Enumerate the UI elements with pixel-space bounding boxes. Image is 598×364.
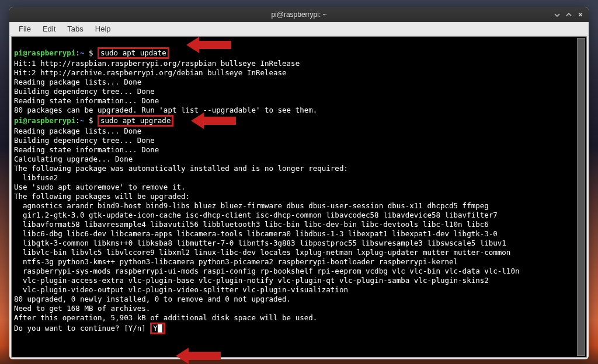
- terminal-window: pi@raspberrypi: ~ File Edit Tabs Help pi…: [9, 7, 589, 359]
- output-line: gir1.2-gtk-3.0 gtk-update-icon-cache isc…: [14, 211, 498, 219]
- output-line: The following package was automatically …: [14, 164, 348, 173]
- output-line: Need to get 168 MB of archives.: [14, 304, 150, 313]
- prompt-user: pi@raspberrypi: [14, 48, 75, 57]
- output-line: libc6-dbg libc6-dev libcamera-apps libca…: [14, 229, 498, 238]
- window-title: pi@raspberrypi: ~: [271, 10, 326, 19]
- highlight-upgrade: sudo apt upgrade: [98, 115, 173, 127]
- output-line: Use 'sudo apt autoremove' to remove it.: [14, 183, 186, 191]
- output-line: libgtk-3-common libkms++0 libksba8 libmu…: [14, 239, 506, 247]
- prompt-path: ~: [80, 116, 85, 125]
- menu-file[interactable]: File: [13, 23, 37, 34]
- output-line: 80 upgraded, 0 newly installed, 0 to rem…: [14, 295, 291, 303]
- output-line: Calculating upgrade... Done: [14, 155, 133, 163]
- scrollbar-thumb[interactable]: [577, 38, 585, 356]
- maximize-icon[interactable]: [565, 11, 572, 18]
- output-line: Reading package lists... Done: [14, 127, 141, 135]
- output-line: Building dependency tree... Done: [14, 136, 155, 145]
- cmd-update: sudo apt update: [100, 48, 166, 57]
- terminal-content[interactable]: pi@raspberrypi:~ $ sudo apt update Hit:1…: [11, 36, 587, 358]
- prompt-path: ~: [80, 48, 85, 57]
- highlight-answer: Y: [150, 323, 165, 334]
- output-line: Reading package lists... Done: [14, 78, 141, 86]
- title-bar: pi@raspberrypi: ~: [9, 7, 589, 22]
- output-line: agnostics arandr bind9-host bind9-libs b…: [14, 201, 489, 210]
- cursor-icon: [158, 324, 162, 332]
- output-line: Hit:1 http://raspbian.raspberrypi.org/ra…: [14, 59, 300, 68]
- output-line: Hit:2 http://archive.raspberrypi.org/deb…: [14, 68, 287, 77]
- output-line: libfuse2: [14, 173, 58, 182]
- output-line: vlc-plugin-video-output vlc-plugin-video…: [14, 285, 348, 294]
- prompt-user: pi@raspberrypi: [14, 116, 75, 125]
- output-line: libvlc-bin libvlc5 libvlccore9 libxml2 l…: [14, 248, 510, 257]
- output-line: Reading state information... Done: [14, 145, 159, 154]
- prompt-symbol: $: [89, 48, 93, 57]
- close-icon[interactable]: [577, 11, 584, 18]
- output-line: libavformat58 libavresample4 libavutil56…: [14, 220, 489, 229]
- output-line: vlc-plugin-access-extra vlc-plugin-base …: [14, 276, 489, 285]
- minimize-icon[interactable]: [554, 11, 561, 18]
- output-line: Do you want to continue? [Y/n]: [14, 324, 150, 332]
- output-line: The following packages will be upgraded:: [14, 192, 190, 201]
- output-line: Building dependency tree... Done: [14, 87, 155, 96]
- menu-edit[interactable]: Edit: [37, 23, 61, 34]
- output-line: Reading state information... Done: [14, 96, 159, 105]
- output-line: ntfs-3g python3-kms++ python3-libcamera …: [14, 257, 458, 266]
- window-controls: [554, 11, 584, 18]
- output-line: After this operation, 5,903 kB of additi…: [14, 313, 317, 322]
- scrollbar[interactable]: [577, 38, 585, 356]
- output-line: raspberrypi-sys-mods raspberrypi-ui-mods…: [14, 267, 519, 275]
- continue-answer: Y: [153, 324, 158, 332]
- prompt-symbol: $: [89, 116, 93, 125]
- menu-bar: File Edit Tabs Help: [9, 22, 589, 36]
- output-line: 80 packages can be upgraded. Run 'apt li…: [14, 106, 317, 114]
- cmd-upgrade: sudo apt upgrade: [100, 116, 171, 125]
- highlight-update: sudo apt update: [98, 47, 169, 59]
- menu-tabs[interactable]: Tabs: [61, 23, 89, 34]
- menu-help[interactable]: Help: [89, 23, 117, 34]
